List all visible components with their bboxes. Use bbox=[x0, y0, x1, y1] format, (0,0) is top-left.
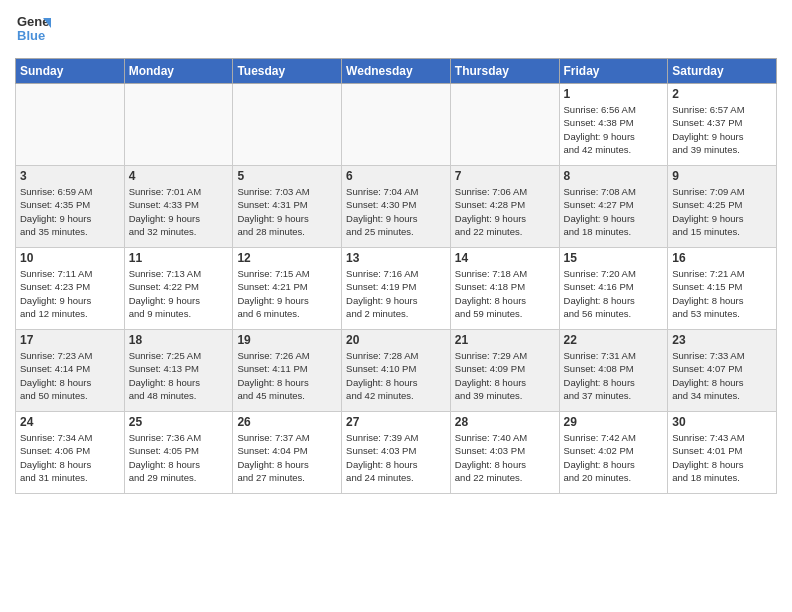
day-info: Sunrise: 7:36 AMSunset: 4:05 PMDaylight:… bbox=[129, 431, 229, 484]
day-info: Sunrise: 7:26 AMSunset: 4:11 PMDaylight:… bbox=[237, 349, 337, 402]
day-number: 6 bbox=[346, 169, 446, 183]
day-info: Sunrise: 7:13 AMSunset: 4:22 PMDaylight:… bbox=[129, 267, 229, 320]
day-number: 11 bbox=[129, 251, 229, 265]
day-info: Sunrise: 7:03 AMSunset: 4:31 PMDaylight:… bbox=[237, 185, 337, 238]
day-number: 4 bbox=[129, 169, 229, 183]
day-number: 19 bbox=[237, 333, 337, 347]
day-number: 29 bbox=[564, 415, 664, 429]
day-number: 24 bbox=[20, 415, 120, 429]
day-info: Sunrise: 7:28 AMSunset: 4:10 PMDaylight:… bbox=[346, 349, 446, 402]
week-row-1: 1Sunrise: 6:56 AMSunset: 4:38 PMDaylight… bbox=[16, 84, 777, 166]
calendar-cell: 2Sunrise: 6:57 AMSunset: 4:37 PMDaylight… bbox=[668, 84, 777, 166]
calendar-cell: 27Sunrise: 7:39 AMSunset: 4:03 PMDayligh… bbox=[342, 412, 451, 494]
calendar-cell: 18Sunrise: 7:25 AMSunset: 4:13 PMDayligh… bbox=[124, 330, 233, 412]
calendar-cell: 24Sunrise: 7:34 AMSunset: 4:06 PMDayligh… bbox=[16, 412, 125, 494]
calendar-cell bbox=[233, 84, 342, 166]
day-number: 12 bbox=[237, 251, 337, 265]
calendar-cell: 16Sunrise: 7:21 AMSunset: 4:15 PMDayligh… bbox=[668, 248, 777, 330]
day-info: Sunrise: 6:59 AMSunset: 4:35 PMDaylight:… bbox=[20, 185, 120, 238]
day-number: 27 bbox=[346, 415, 446, 429]
calendar-cell: 8Sunrise: 7:08 AMSunset: 4:27 PMDaylight… bbox=[559, 166, 668, 248]
day-number: 25 bbox=[129, 415, 229, 429]
calendar-cell: 19Sunrise: 7:26 AMSunset: 4:11 PMDayligh… bbox=[233, 330, 342, 412]
calendar-cell: 23Sunrise: 7:33 AMSunset: 4:07 PMDayligh… bbox=[668, 330, 777, 412]
week-row-3: 10Sunrise: 7:11 AMSunset: 4:23 PMDayligh… bbox=[16, 248, 777, 330]
day-number: 5 bbox=[237, 169, 337, 183]
day-info: Sunrise: 7:11 AMSunset: 4:23 PMDaylight:… bbox=[20, 267, 120, 320]
col-header-saturday: Saturday bbox=[668, 59, 777, 84]
day-info: Sunrise: 7:06 AMSunset: 4:28 PMDaylight:… bbox=[455, 185, 555, 238]
day-info: Sunrise: 7:29 AMSunset: 4:09 PMDaylight:… bbox=[455, 349, 555, 402]
day-number: 2 bbox=[672, 87, 772, 101]
calendar-cell: 20Sunrise: 7:28 AMSunset: 4:10 PMDayligh… bbox=[342, 330, 451, 412]
calendar-cell: 22Sunrise: 7:31 AMSunset: 4:08 PMDayligh… bbox=[559, 330, 668, 412]
day-info: Sunrise: 7:16 AMSunset: 4:19 PMDaylight:… bbox=[346, 267, 446, 320]
day-number: 30 bbox=[672, 415, 772, 429]
calendar-cell: 13Sunrise: 7:16 AMSunset: 4:19 PMDayligh… bbox=[342, 248, 451, 330]
day-number: 22 bbox=[564, 333, 664, 347]
day-number: 8 bbox=[564, 169, 664, 183]
day-info: Sunrise: 7:25 AMSunset: 4:13 PMDaylight:… bbox=[129, 349, 229, 402]
day-info: Sunrise: 7:37 AMSunset: 4:04 PMDaylight:… bbox=[237, 431, 337, 484]
calendar-cell: 4Sunrise: 7:01 AMSunset: 4:33 PMDaylight… bbox=[124, 166, 233, 248]
day-number: 7 bbox=[455, 169, 555, 183]
col-header-monday: Monday bbox=[124, 59, 233, 84]
day-info: Sunrise: 7:15 AMSunset: 4:21 PMDaylight:… bbox=[237, 267, 337, 320]
day-number: 15 bbox=[564, 251, 664, 265]
week-row-4: 17Sunrise: 7:23 AMSunset: 4:14 PMDayligh… bbox=[16, 330, 777, 412]
day-info: Sunrise: 7:40 AMSunset: 4:03 PMDaylight:… bbox=[455, 431, 555, 484]
calendar-cell: 3Sunrise: 6:59 AMSunset: 4:35 PMDaylight… bbox=[16, 166, 125, 248]
calendar-cell: 26Sunrise: 7:37 AMSunset: 4:04 PMDayligh… bbox=[233, 412, 342, 494]
col-header-wednesday: Wednesday bbox=[342, 59, 451, 84]
day-number: 1 bbox=[564, 87, 664, 101]
day-info: Sunrise: 7:43 AMSunset: 4:01 PMDaylight:… bbox=[672, 431, 772, 484]
calendar-cell: 29Sunrise: 7:42 AMSunset: 4:02 PMDayligh… bbox=[559, 412, 668, 494]
calendar-cell: 25Sunrise: 7:36 AMSunset: 4:05 PMDayligh… bbox=[124, 412, 233, 494]
day-number: 9 bbox=[672, 169, 772, 183]
calendar-cell: 5Sunrise: 7:03 AMSunset: 4:31 PMDaylight… bbox=[233, 166, 342, 248]
calendar-cell: 30Sunrise: 7:43 AMSunset: 4:01 PMDayligh… bbox=[668, 412, 777, 494]
calendar-cell bbox=[450, 84, 559, 166]
calendar-cell: 15Sunrise: 7:20 AMSunset: 4:16 PMDayligh… bbox=[559, 248, 668, 330]
svg-text:Blue: Blue bbox=[17, 28, 45, 43]
col-header-friday: Friday bbox=[559, 59, 668, 84]
day-number: 16 bbox=[672, 251, 772, 265]
calendar-cell: 6Sunrise: 7:04 AMSunset: 4:30 PMDaylight… bbox=[342, 166, 451, 248]
day-info: Sunrise: 7:39 AMSunset: 4:03 PMDaylight:… bbox=[346, 431, 446, 484]
calendar-cell bbox=[124, 84, 233, 166]
day-info: Sunrise: 7:31 AMSunset: 4:08 PMDaylight:… bbox=[564, 349, 664, 402]
day-number: 13 bbox=[346, 251, 446, 265]
calendar-header-row: SundayMondayTuesdayWednesdayThursdayFrid… bbox=[16, 59, 777, 84]
day-info: Sunrise: 6:57 AMSunset: 4:37 PMDaylight:… bbox=[672, 103, 772, 156]
logo: General Blue bbox=[15, 10, 51, 50]
day-info: Sunrise: 7:08 AMSunset: 4:27 PMDaylight:… bbox=[564, 185, 664, 238]
day-number: 3 bbox=[20, 169, 120, 183]
day-info: Sunrise: 6:56 AMSunset: 4:38 PMDaylight:… bbox=[564, 103, 664, 156]
week-row-2: 3Sunrise: 6:59 AMSunset: 4:35 PMDaylight… bbox=[16, 166, 777, 248]
day-info: Sunrise: 7:23 AMSunset: 4:14 PMDaylight:… bbox=[20, 349, 120, 402]
day-info: Sunrise: 7:34 AMSunset: 4:06 PMDaylight:… bbox=[20, 431, 120, 484]
day-info: Sunrise: 7:21 AMSunset: 4:15 PMDaylight:… bbox=[672, 267, 772, 320]
week-row-5: 24Sunrise: 7:34 AMSunset: 4:06 PMDayligh… bbox=[16, 412, 777, 494]
page-header: General Blue bbox=[15, 10, 777, 50]
calendar-cell: 7Sunrise: 7:06 AMSunset: 4:28 PMDaylight… bbox=[450, 166, 559, 248]
calendar-table: SundayMondayTuesdayWednesdayThursdayFrid… bbox=[15, 58, 777, 494]
calendar-cell: 11Sunrise: 7:13 AMSunset: 4:22 PMDayligh… bbox=[124, 248, 233, 330]
col-header-sunday: Sunday bbox=[16, 59, 125, 84]
day-number: 17 bbox=[20, 333, 120, 347]
calendar-cell: 9Sunrise: 7:09 AMSunset: 4:25 PMDaylight… bbox=[668, 166, 777, 248]
calendar-cell: 10Sunrise: 7:11 AMSunset: 4:23 PMDayligh… bbox=[16, 248, 125, 330]
day-info: Sunrise: 7:04 AMSunset: 4:30 PMDaylight:… bbox=[346, 185, 446, 238]
day-number: 10 bbox=[20, 251, 120, 265]
calendar-cell bbox=[16, 84, 125, 166]
calendar-cell bbox=[342, 84, 451, 166]
calendar-cell: 1Sunrise: 6:56 AMSunset: 4:38 PMDaylight… bbox=[559, 84, 668, 166]
col-header-tuesday: Tuesday bbox=[233, 59, 342, 84]
day-number: 18 bbox=[129, 333, 229, 347]
calendar-cell: 28Sunrise: 7:40 AMSunset: 4:03 PMDayligh… bbox=[450, 412, 559, 494]
day-number: 20 bbox=[346, 333, 446, 347]
day-number: 26 bbox=[237, 415, 337, 429]
calendar-cell: 12Sunrise: 7:15 AMSunset: 4:21 PMDayligh… bbox=[233, 248, 342, 330]
day-number: 23 bbox=[672, 333, 772, 347]
day-info: Sunrise: 7:01 AMSunset: 4:33 PMDaylight:… bbox=[129, 185, 229, 238]
